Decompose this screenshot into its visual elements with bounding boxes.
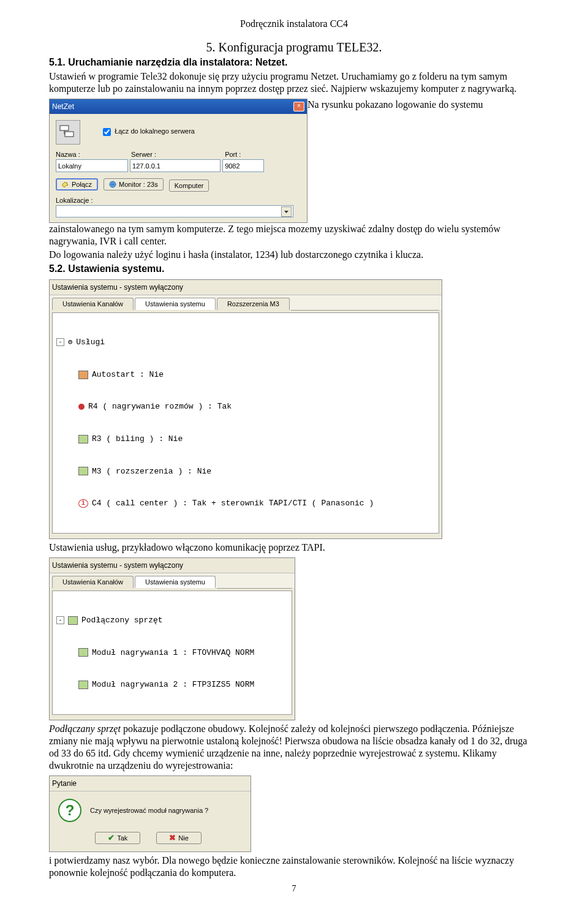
tree-row-c4[interactable]: iC4 ( call center ) : Tak + sterownik TA… — [56, 498, 435, 509]
gear-icon: ⚙ — [68, 338, 72, 347]
input-server[interactable] — [130, 159, 221, 172]
label-port: Port : — [225, 151, 262, 158]
para-last: i potwierdzamy nasz wybór. Dla nowego bę… — [49, 855, 539, 879]
sys1-tree: - ⚙ Usługi Autostart : Nie R4 ( nagrywan… — [52, 312, 439, 534]
para-sprzet-rest: pokazuje podłączone obudowy. Kolejność z… — [49, 723, 527, 771]
question-icon: ? — [58, 799, 81, 822]
sys2-tabs: Ustawienia Kanałów Ustawienia systemu — [50, 573, 295, 588]
page-number: 7 — [49, 884, 539, 894]
no-button-label: Nie — [178, 834, 189, 842]
komputer-button-label: Komputer — [175, 182, 204, 189]
tree-node-uslugi[interactable]: - ⚙ Usługi — [56, 337, 435, 348]
chapter-title: 5. Konfiguracja programu TELE32. — [49, 40, 539, 55]
tab-systemu[interactable]: Ustawienia systemu — [135, 298, 216, 310]
pytanie-titlebar: Pytanie — [50, 776, 251, 791]
sys1-tabs: Ustawienia Kanałów Ustawienia systemu Ro… — [50, 295, 442, 310]
tree-node-sprzet[interactable]: - Podłączony sprzęt — [56, 615, 288, 626]
extension-icon — [78, 467, 88, 475]
sys2-tab-kanalow[interactable]: Ustawienia Kanałów — [52, 576, 134, 588]
no-button[interactable]: ✖ Nie — [156, 832, 202, 844]
info-icon: i — [78, 499, 88, 508]
sys1-title: Ustawienia systemu - system wyłączony — [52, 283, 439, 292]
m3-text: M3 ( rozszerzenia ) : Nie — [92, 466, 211, 477]
tree-row-module-2[interactable]: Moduł nagrywania 2 : FTP3IZS5 NORM — [56, 679, 288, 690]
hardware-icon — [68, 616, 78, 625]
globe-icon — [109, 181, 116, 188]
para-intro: Ustawień w programie Tele32 dokonuje się… — [49, 70, 539, 95]
connect-button[interactable]: Połącz — [56, 178, 98, 191]
x-icon: ✖ — [169, 833, 176, 842]
input-name[interactable] — [56, 159, 128, 172]
para-login: Do logowania należy użyć loginu i hasła … — [49, 249, 539, 261]
para-sprzet: Podłączany sprzęt pokazuje podłączone ob… — [49, 723, 539, 772]
tab-rozszerzenia[interactable]: Rozszerzenia M3 — [217, 298, 290, 310]
question-dialog: Pytanie ? Czy wyrejestrować moduł nagryw… — [49, 775, 251, 852]
collapse-icon-2[interactable]: - — [56, 616, 64, 624]
local-server-checkbox[interactable]: Łącz do lokalnego serwera — [100, 126, 195, 138]
collapse-icon[interactable]: - — [56, 338, 64, 346]
billing-icon — [78, 435, 88, 443]
sys2-title: Ustawienia systemu - system wyłączony — [52, 561, 292, 570]
running-head: Podręcznik instalatora CC4 — [49, 18, 539, 29]
c4-text: C4 ( call center ) : Tak + sterownik TAP… — [92, 498, 374, 509]
local-server-checkbox-input[interactable] — [103, 128, 111, 136]
autostart-icon — [78, 371, 88, 379]
tree-row-module-1[interactable]: Moduł nagrywania 1 : FTOVHVAQ NORM — [56, 647, 288, 659]
input-port[interactable] — [222, 159, 264, 172]
local-server-checkbox-label: Łącz do lokalnego serwera — [115, 127, 195, 135]
system-settings-window-2: Ustawienia systemu - system wyłączony Us… — [49, 557, 295, 720]
netzet-app-icon — [56, 120, 80, 145]
label-lokalizacje: Lokalizacje : — [56, 197, 301, 204]
module2-text: Moduł nagrywania 2 : FTP3IZS5 NORM — [92, 679, 254, 690]
module-icon-2 — [78, 681, 88, 689]
yes-button-label: Tak — [117, 834, 127, 842]
pytanie-title: Pytanie — [52, 779, 248, 788]
tree-sprzet-label: Podłączony sprzęt — [81, 615, 163, 626]
module1-text: Moduł nagrywania 1 : FTOVHVAQ NORM — [92, 647, 254, 659]
chevron-down-icon[interactable] — [281, 206, 292, 217]
record-icon — [78, 404, 85, 410]
komputer-button[interactable]: Komputer — [169, 179, 209, 192]
pytanie-message: Czy wyrejestrować moduł nagrywania ? — [90, 807, 208, 814]
check-icon: ✔ — [108, 833, 115, 842]
autostart-text: Autostart : Nie — [92, 369, 164, 380]
para-tapi: Ustawienia usług, przykładowo włączono k… — [49, 542, 539, 554]
svg-rect-1 — [65, 132, 74, 137]
netzet-window: NetZet × Łącz do lokalnego serwera Nazwa — [49, 99, 307, 223]
yes-button[interactable]: ✔ Tak — [95, 832, 140, 844]
r4-text: R4 ( nagrywanie rozmów ) : Tak — [88, 401, 232, 412]
monitor-button[interactable]: Monitor : 23s — [104, 178, 164, 191]
netzet-titlebar: NetZet × — [50, 99, 307, 114]
r3-text: R3 ( biling ) : Nie — [92, 434, 183, 445]
sys2-titlebar: Ustawienia systemu - system wyłączony — [50, 558, 295, 573]
label-name: Nazwa : — [56, 151, 129, 158]
sys2-tab-systemu[interactable]: Ustawienia systemu — [135, 576, 216, 588]
sys1-titlebar: Ustawienia systemu - system wyłączony — [50, 280, 442, 295]
tab-kanalow[interactable]: Ustawienia Kanałów — [52, 298, 134, 310]
connect-button-label: Połącz — [72, 181, 92, 188]
lokalizacje-dropdown[interactable] — [56, 205, 293, 217]
svg-rect-0 — [60, 126, 69, 130]
system-settings-window-1: Ustawienia systemu - system wyłączony Us… — [49, 279, 442, 539]
tree-row-r3[interactable]: R3 ( biling ) : Nie — [56, 434, 435, 445]
tree-row-autostart[interactable]: Autostart : Nie — [56, 369, 435, 380]
tree-row-m3[interactable]: M3 ( rozszerzenia ) : Nie — [56, 466, 435, 477]
netzet-title-text: NetZet — [52, 102, 293, 111]
plug-icon — [62, 181, 69, 188]
tree-uslugi-label: Usługi — [76, 337, 105, 348]
close-icon[interactable]: × — [293, 102, 304, 111]
tree-row-r4[interactable]: R4 ( nagrywanie rozmów ) : Tak — [56, 401, 435, 412]
para-sprzet-em: Podłączany sprzęt — [49, 723, 121, 734]
monitor-button-label: Monitor : 23s — [119, 181, 158, 188]
section-5-2-head: 5.2. Ustawienia systemu. — [49, 263, 539, 274]
label-server: Serwer : — [131, 151, 223, 158]
section-5-1-head: 5.1. Uruchamianie narzędzia dla instalat… — [49, 57, 539, 68]
sys2-tree: - Podłączony sprzęt Moduł nagrywania 1 :… — [52, 591, 292, 715]
module-icon — [78, 648, 88, 657]
